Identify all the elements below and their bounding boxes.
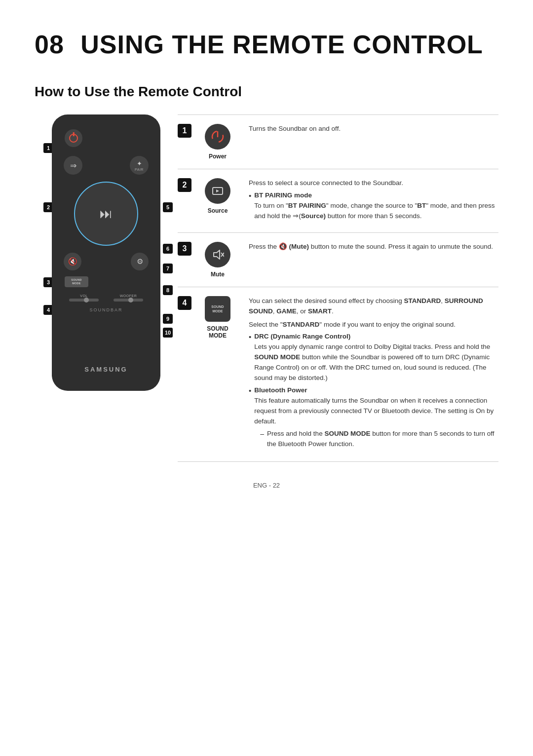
bt-pairing-label: BT PAIRING mode — [254, 191, 312, 199]
instr-mute-label: Mute — [211, 271, 225, 278]
bullet-content-bt-power: Bluetooth Power This feature automatical… — [254, 385, 498, 451]
instr-desc-sound-mode-1: You can select the desired sound effect … — [249, 296, 498, 317]
drc-desc: Lets you apply dynamic range control to … — [254, 343, 490, 381]
remote-play-pause-button[interactable]: ⏭ — [74, 182, 138, 246]
instruction-row-3: 3 Mute — [178, 232, 498, 287]
instruction-row-2: 2 Source — [178, 169, 498, 233]
woofer-slider-track — [114, 299, 143, 302]
remote-source-button[interactable]: ⇒ — [64, 156, 82, 175]
instruction-row-4: 4 SOUNDMODE SOUND MODE You can select th… — [178, 287, 498, 461]
remote-badge-8: 8 — [163, 285, 173, 295]
instr-sound-mode-bullets: DRC (Dynamic Range Control) Lets you app… — [249, 332, 498, 450]
bullet-content-drc: DRC (Dynamic Range Control) Lets you app… — [254, 332, 498, 383]
page-title: 08 USING THE REMOTE CONTROL — [35, 30, 498, 59]
remote-badge-6: 6 — [163, 244, 173, 254]
remote-top-row — [60, 129, 152, 147]
bullet-content-bt-pairing: BT PAIRING mode To turn on "BT PAIRING" … — [254, 190, 498, 222]
instr-icon-wrap-2: Source — [199, 178, 236, 214]
instr-icon-cell-4: SOUNDMODE SOUND MODE — [195, 287, 240, 461]
instr-power-icon — [205, 124, 230, 150]
settings-icon: ⚙ — [137, 257, 143, 266]
remote-settings-button[interactable]: ⚙ — [131, 253, 149, 270]
instr-num-box-2: 2 — [178, 178, 191, 192]
instr-icon-cell-2: Source — [195, 169, 240, 233]
remote-badge-7: 7 — [163, 264, 173, 273]
sound-mode-icon-text: SOUNDMODE — [211, 304, 224, 313]
sound-mode-label: SOUNDMODE — [71, 278, 81, 285]
instr-desc-4: You can select the desired sound effect … — [240, 287, 498, 461]
vol-slider-thumb[interactable] — [84, 298, 89, 302]
chapter-number: 08 — [35, 30, 64, 59]
woofer-label: WOOFER — [120, 294, 137, 298]
power-svg-icon — [211, 130, 225, 144]
instr-desc-text-3: Press the 🔇 (Mute) button to mute the so… — [249, 243, 493, 250]
drc-label: DRC (Dynamic Range Control) — [254, 333, 350, 340]
remote-slider-row: VOL WOOFER — [60, 294, 152, 302]
source-svg-icon — [211, 185, 224, 197]
instr-source-icon — [205, 178, 230, 204]
instr-sound-mode-icon: SOUNDMODE — [205, 296, 230, 322]
instr-icon-wrap-1: Power — [199, 124, 236, 160]
instr-desc-sound-mode-2: Select the "STANDARD" mode if you want t… — [249, 320, 498, 330]
instr-num-box-4: 4 — [178, 296, 191, 310]
instr-source-label: Source — [208, 207, 228, 214]
instr-sound-mode-label: SOUND MODE — [199, 325, 236, 339]
page-footer: ENG - 22 — [35, 482, 498, 489]
instr-num-2: 2 — [178, 169, 195, 233]
samsung-brand-label: SAMSUNG — [84, 366, 127, 373]
remote-woofer-slider-group: WOOFER — [114, 294, 143, 302]
svg-marker-3 — [214, 250, 220, 259]
remote-bt-button[interactable]: ✦ PAIR — [130, 156, 149, 175]
main-content: 1 2 3 4 5 6 7 8 9 10 ⇒ ✦ PA — [35, 114, 498, 462]
instr-icon-cell-3: Mute — [195, 232, 240, 287]
instr-icon-wrap-3: Mute — [199, 242, 236, 278]
mute-svg-icon — [211, 248, 224, 261]
remote-power-button[interactable] — [65, 129, 82, 147]
remote-mute-settings-row: 🔇 ⚙ — [60, 253, 152, 270]
bt-pair-label: PAIR — [135, 168, 144, 171]
remote-source-bt-row: ⇒ ✦ PAIR — [60, 156, 152, 175]
bullet-drc: DRC (Dynamic Range Control) Lets you app… — [249, 332, 498, 383]
source-icon: ⇒ — [70, 161, 76, 170]
play-pause-icon: ⏭ — [100, 206, 113, 222]
instr-num-4: 4 — [178, 287, 195, 461]
mute-icon: 🔇 — [68, 257, 77, 266]
bt-pairing-desc: To turn on "BT PAIRING" mode, change the… — [254, 202, 495, 220]
instr-bullet-list-2: BT PAIRING mode To turn on "BT PAIRING" … — [249, 190, 498, 222]
instr-num-box-1: 1 — [178, 124, 191, 138]
instructions-column: 1 Power — [178, 114, 498, 462]
bt-power-desc: This feature automatically turns the Sou… — [254, 397, 494, 425]
instr-mute-icon — [205, 242, 230, 267]
remote-mute-button[interactable]: 🔇 — [64, 253, 81, 270]
bullet-bt-power: Bluetooth Power This feature automatical… — [249, 385, 498, 451]
instruction-row-1: 1 Power — [178, 115, 498, 169]
instr-desc-1: Turns the Soundbar on and off. — [240, 115, 498, 169]
woofer-slider-thumb[interactable] — [128, 298, 133, 302]
power-icon — [69, 134, 78, 143]
remote-badge-10: 10 — [163, 328, 173, 338]
vol-slider-track — [69, 299, 99, 302]
remote-vol-slider-group: VOL — [69, 294, 99, 302]
chapter-title: USING THE REMOTE CONTROL — [80, 30, 483, 59]
sub-bullet-content: Press and hold the SOUND MODE button for… — [267, 429, 498, 450]
instr-icon-cell-1: Power — [195, 115, 240, 169]
instr-desc-text-1: Turns the Soundbar on and off. — [249, 125, 341, 132]
remote-badge-5: 5 — [163, 202, 173, 212]
bt-power-label: Bluetooth Power — [254, 386, 307, 394]
remote-sound-mode-button[interactable]: SOUNDMODE — [65, 276, 88, 287]
remote-sound-mode-row: SOUNDMODE — [60, 276, 152, 287]
instructions-table: 1 Power — [178, 114, 498, 462]
instr-icon-wrap-4: SOUNDMODE SOUND MODE — [199, 296, 236, 339]
sub-bullet-sound-mode: Press and hold the SOUND MODE button for… — [260, 429, 498, 450]
remote-body: ⇒ ✦ PAIR ⏭ 🔇 ⚙ — [52, 114, 160, 391]
instr-power-label: Power — [209, 153, 227, 160]
remote-badge-9: 9 — [163, 314, 173, 324]
vol-label: VOL — [80, 294, 88, 298]
remote-control-diagram: 1 2 3 4 5 6 7 8 9 10 ⇒ ✦ PA — [35, 114, 178, 391]
bluetooth-icon: ✦ — [137, 160, 142, 167]
section-title: How to Use the Remote Control — [35, 84, 498, 100]
instr-desc-2: Press to select a source connected to th… — [240, 169, 498, 233]
instr-num-3: 3 — [178, 232, 195, 287]
instr-num-1: 1 — [178, 115, 195, 169]
instr-desc-3: Press the 🔇 (Mute) button to mute the so… — [240, 232, 498, 287]
